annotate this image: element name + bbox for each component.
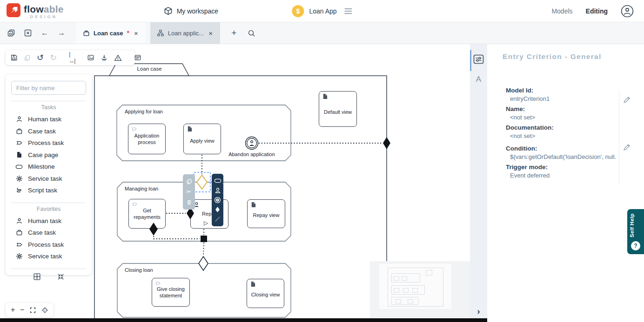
copy-icon[interactable] bbox=[185, 177, 193, 185]
favorite-item-human-task[interactable]: Human task bbox=[11, 215, 86, 227]
active-tab-indicator bbox=[470, 50, 471, 71]
event-listener-tool-icon[interactable] bbox=[214, 196, 221, 204]
center-diagram-icon[interactable] bbox=[41, 307, 48, 314]
task-application-process[interactable]: Application process bbox=[128, 124, 166, 154]
user-avatar[interactable] bbox=[621, 5, 634, 18]
task-default-view[interactable]: Default view bbox=[319, 91, 357, 127]
inspector-title: Entry Criterion - General bbox=[503, 53, 602, 61]
minimap[interactable] bbox=[379, 264, 451, 309]
nav-editing[interactable]: Editing bbox=[586, 7, 608, 15]
field-value: <not set> bbox=[506, 132, 617, 139]
palette-panel: Tasks Human task Case task Process task … bbox=[6, 74, 92, 275]
palette-item-script-task[interactable]: Script task bbox=[11, 184, 86, 197]
palette-item-case-page[interactable]: Case page bbox=[11, 149, 86, 161]
bottom-bar bbox=[0, 318, 487, 322]
process-task-icon bbox=[155, 280, 161, 286]
case-plan-label[interactable]: Loan case bbox=[112, 66, 187, 72]
task-get-repayments[interactable]: Get repayments bbox=[128, 199, 166, 229]
case-icon bbox=[83, 30, 90, 37]
task-closing-view[interactable]: Closing view bbox=[247, 279, 284, 308]
sentry-tool-icon[interactable] bbox=[214, 206, 221, 213]
task-repay-view[interactable]: Repay view bbox=[247, 199, 285, 228]
form-panel-icon[interactable] bbox=[134, 53, 141, 62]
task-label: Get repayments bbox=[131, 207, 163, 221]
brand-part2: able bbox=[44, 4, 64, 14]
save-icon[interactable] bbox=[10, 53, 18, 62]
tab-loan-case[interactable]: Loan case * × bbox=[76, 22, 146, 44]
field-label: Name: bbox=[506, 105, 617, 112]
tab-close-icon[interactable]: × bbox=[208, 29, 214, 37]
zoom-out-icon[interactable]: − bbox=[20, 306, 24, 314]
favorite-item-process-task[interactable]: Process task bbox=[11, 239, 86, 251]
edit-general-icon[interactable] bbox=[623, 96, 631, 104]
properties-tab-icon[interactable] bbox=[473, 54, 484, 64]
palette-filter-input[interactable] bbox=[11, 81, 86, 95]
palette-item-case-task[interactable]: Case task bbox=[11, 125, 86, 138]
fit-width-icon[interactable]: |↔| bbox=[69, 53, 75, 62]
fit-screen-icon[interactable] bbox=[29, 307, 36, 314]
self-help-button[interactable]: Self Help ? bbox=[627, 209, 644, 254]
close-all-icon[interactable] bbox=[23, 28, 33, 38]
palette-item-service-task[interactable]: Service task bbox=[11, 173, 86, 185]
redo-icon[interactable]: ↻ bbox=[50, 53, 57, 62]
tab-loan-application[interactable]: Loan applic... × bbox=[150, 22, 220, 44]
attributes-tab-icon[interactable]: A bbox=[470, 75, 487, 84]
undo-icon[interactable]: ↺ bbox=[37, 53, 44, 62]
case-page-icon bbox=[250, 281, 256, 287]
connector-tool-icon[interactable] bbox=[214, 216, 221, 223]
deploy-icon[interactable] bbox=[101, 53, 108, 62]
field-value: <not set> bbox=[506, 114, 617, 121]
forward-icon[interactable]: → bbox=[57, 28, 66, 38]
diagram-canvas[interactable]: Loan case Applying for loan Managing loa… bbox=[0, 44, 470, 322]
delete-icon[interactable] bbox=[185, 199, 193, 206]
favorite-item-service-task[interactable]: Service task bbox=[11, 250, 86, 263]
tab-bar-actions: ← → bbox=[0, 22, 73, 44]
zoom-in-icon[interactable]: + bbox=[11, 306, 15, 314]
search-icon[interactable] bbox=[247, 28, 256, 38]
task-apply-view[interactable]: Apply view bbox=[183, 124, 221, 154]
copy-icon[interactable] bbox=[24, 53, 31, 62]
export-image-icon[interactable] bbox=[87, 53, 94, 62]
palette-item-human-task[interactable]: Human task bbox=[11, 113, 86, 125]
stage-managing-label[interactable]: Managing loan bbox=[125, 186, 158, 191]
context-toolbar-clipboard: ✂ bbox=[183, 174, 195, 210]
field-label: Condition: bbox=[506, 145, 617, 152]
palette-item-process-task[interactable]: Process task bbox=[11, 137, 86, 149]
task-give-closing-statement[interactable]: Give closing statement bbox=[152, 278, 190, 307]
palette-item-milestone[interactable]: Milestone bbox=[11, 161, 86, 173]
task-label: Closing view bbox=[251, 291, 280, 298]
flowable-logo[interactable]: flowable DESIGN bbox=[7, 3, 64, 19]
save-all-icon[interactable] bbox=[7, 28, 16, 38]
inspector-panel: Entry Criterion - General Model Id: entr… bbox=[487, 44, 644, 322]
milestone-tool-icon[interactable] bbox=[214, 177, 221, 184]
palette-item-label: Case task bbox=[28, 128, 56, 135]
human-task-tool-icon[interactable] bbox=[214, 187, 221, 194]
edit-condition-icon[interactable] bbox=[623, 144, 631, 151]
collapse-panel-icon[interactable]: › bbox=[470, 307, 487, 315]
task-label: Application process bbox=[130, 132, 163, 146]
tab-close-icon[interactable]: × bbox=[133, 29, 139, 37]
new-tab-icon[interactable]: + bbox=[229, 28, 239, 38]
collapse-palette-icon[interactable] bbox=[57, 273, 65, 281]
app-name: Loan App bbox=[309, 7, 336, 15]
human-task-icon bbox=[15, 217, 23, 224]
app-menu-icon[interactable] bbox=[345, 8, 352, 14]
unsaved-indicator: * bbox=[127, 29, 129, 37]
brand-part1: flow bbox=[24, 4, 44, 14]
nav-models[interactable]: Models bbox=[551, 7, 572, 15]
flowable-logo-icon bbox=[7, 3, 20, 17]
palette-item-label: Human task bbox=[28, 217, 61, 224]
cut-icon[interactable]: ✂ bbox=[185, 188, 193, 196]
process-task-icon bbox=[15, 241, 23, 248]
validation-warning-icon[interactable] bbox=[114, 53, 122, 62]
favorite-item-case-task[interactable]: Case task bbox=[11, 227, 86, 239]
back-icon[interactable]: ← bbox=[40, 28, 49, 38]
field-name: Name: <not set> bbox=[506, 105, 617, 121]
event-listener-label[interactable]: Abandon application bbox=[223, 151, 280, 157]
stage-applying-label[interactable]: Applying for loan bbox=[125, 109, 163, 114]
case-page-icon bbox=[15, 151, 23, 158]
grid-view-icon[interactable] bbox=[33, 273, 41, 281]
stage-closing-label[interactable]: Closing loan bbox=[125, 267, 153, 273]
workspace-selector[interactable]: My workspace bbox=[164, 7, 218, 15]
planning-table-expand-icon[interactable]: ▷ bbox=[204, 220, 208, 226]
